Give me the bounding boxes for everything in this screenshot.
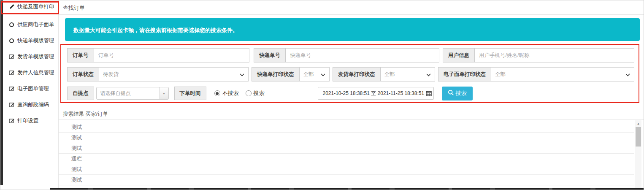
sidebar-item-label: 查询邮政编码 xyxy=(17,101,49,109)
chevron-down-icon xyxy=(426,71,431,78)
order-status-group: 订单状态 待发货 xyxy=(67,67,249,81)
caret-down-icon: ▼ xyxy=(160,87,168,99)
edit-icon xyxy=(8,54,15,60)
sidebar-item-sender-info[interactable]: 发件人信息管理 xyxy=(3,66,58,79)
pencil-icon xyxy=(8,4,15,10)
eorder-print-status-group: 电子面单打印状态 全部 xyxy=(438,67,634,81)
chevron-down-icon xyxy=(321,71,325,78)
shipping-print-status-group: 发货单打印状态 全部 xyxy=(333,67,435,81)
result-row[interactable]: 测试 xyxy=(59,122,634,133)
search-row-1: 订单号 快递单号 用户信息 xyxy=(67,48,634,62)
edit-icon xyxy=(8,70,15,76)
radio-unselected-icon xyxy=(246,90,252,96)
edit-icon xyxy=(8,102,15,108)
sidebar-item-shipping-template[interactable]: 发货单模版管理 xyxy=(3,50,58,63)
circle-icon xyxy=(8,38,15,43)
sidebar-item-express-label-print[interactable]: 快递及面单打印 xyxy=(3,0,58,13)
order-time-label: 下单时间 xyxy=(174,87,206,100)
sidebar-item-label: 打印设置 xyxy=(17,117,38,125)
express-print-status-group: 快递单打印状态 全部 xyxy=(252,67,330,81)
sidebar-item-label: 发货单模版管理 xyxy=(17,53,54,60)
circle-icon xyxy=(8,22,15,27)
bottom-cutoff-strip xyxy=(50,188,644,190)
search-button-label: 搜索 xyxy=(456,90,467,97)
order-no-label: 订单号 xyxy=(67,48,94,62)
chevron-down-icon xyxy=(625,71,630,78)
sidebar-item-label: 快递单模版管理 xyxy=(17,37,54,44)
radio-no-search[interactable]: 不搜索 xyxy=(214,90,239,97)
shipping-print-status-select[interactable]: 全部 xyxy=(381,67,436,81)
annotation-box-search-form: 订单号 快递单号 用户信息 订单状态 待发货 xyxy=(60,44,639,103)
header-divider xyxy=(59,14,644,15)
calendar-icon xyxy=(426,90,432,96)
search-button[interactable]: 搜索 xyxy=(442,87,473,100)
edit-icon xyxy=(8,118,15,124)
date-range-input[interactable]: 2021-10-25 18:38:51 至 2021-11-25 18:38:5… xyxy=(318,87,434,100)
express-print-status-select[interactable]: 全部 xyxy=(300,67,330,81)
result-row[interactable]: 测试 xyxy=(59,175,634,185)
pickup-point-dropdown[interactable]: 请选择自提点 ▼ xyxy=(96,87,169,100)
radio-search[interactable]: 搜索 xyxy=(246,90,265,97)
user-info-input[interactable] xyxy=(475,48,634,62)
express-print-status-label: 快递单打印状态 xyxy=(252,67,300,81)
sidebar-item-label: 供应商电子面单 xyxy=(17,21,54,28)
sidebar-menu: 快递及面单打印 供应商电子面单 快递单模版管理 发货单模版管理 发件人信 xyxy=(3,0,58,127)
pickup-point-label: 自提点 xyxy=(67,87,94,100)
results-scrollbar[interactable]: ▲ xyxy=(635,120,641,190)
sidebar: 快递及面单打印 供应商电子面单 快递单模版管理 发货单模版管理 发件人信 xyxy=(3,0,59,190)
sidebar-item-label: 快递及面单打印 xyxy=(17,3,54,11)
scrollbar-thumb[interactable] xyxy=(636,127,641,147)
result-row[interactable]: 测试 xyxy=(59,164,634,175)
eorder-print-status-label: 电子面单打印状态 xyxy=(438,67,491,81)
chevron-down-icon xyxy=(240,71,244,78)
app-window: 快递及面单打印 供应商电子面单 快递单模版管理 发货单模版管理 发件人信 xyxy=(0,0,644,190)
sidebar-item-postcode-query[interactable]: 查询邮政编码 xyxy=(3,98,58,111)
user-info-group: 用户信息 xyxy=(443,48,634,62)
search-row-2: 订单状态 待发货 快递单打印状态 全部 发货单打印状态 xyxy=(67,67,634,81)
page-title: 查找订单 xyxy=(63,4,85,12)
tracking-no-label: 快递单号 xyxy=(254,48,286,62)
results-divider xyxy=(59,119,644,120)
result-row[interactable]: 通栏 xyxy=(59,154,634,164)
sidebar-item-eorder-manage[interactable]: 电子面单管理 xyxy=(3,82,58,95)
order-no-input[interactable] xyxy=(94,48,250,62)
sidebar-item-supplier-eorder[interactable]: 供应商电子面单 xyxy=(3,18,58,31)
results-title: 搜索结果 买家/订单 xyxy=(63,111,108,118)
info-alert: 数据量大可能会引起卡顿，请在搜索前根据需要选择您的搜索条件。 xyxy=(65,18,640,41)
sidebar-item-express-template[interactable]: 快递单模版管理 xyxy=(3,34,58,47)
order-status-select[interactable]: 待发货 xyxy=(99,67,249,81)
tracking-no-group: 快递单号 xyxy=(254,48,439,62)
main-content: 查找订单 数据量大可能会引起卡顿，请在搜索前根据需要选择您的搜索条件。 订单号 … xyxy=(59,0,644,190)
edit-icon xyxy=(8,86,15,92)
alert-text: 数据量大可能会引起卡顿，请在搜索前根据需要选择您的搜索条件。 xyxy=(73,27,238,34)
user-info-label: 用户信息 xyxy=(443,48,475,62)
sidebar-item-label: 电子面单管理 xyxy=(17,85,49,92)
scroll-up-arrow-icon[interactable]: ▲ xyxy=(635,120,641,126)
radio-selected-icon xyxy=(214,90,220,96)
eorder-print-status-select[interactable]: 全部 xyxy=(491,67,634,81)
search-row-3: 自提点 请选择自提点 ▼ 下单时间 不搜索 搜索 2021-10-25 18:3… xyxy=(67,86,634,100)
sidebar-item-label: 发件人信息管理 xyxy=(17,69,54,76)
search-icon xyxy=(448,90,454,97)
result-row[interactable]: 测试 xyxy=(59,133,634,143)
sidebar-item-print-settings[interactable]: 打印设置 xyxy=(3,114,58,127)
date-range-text: 2021-10-25 18:38:51 至 2021-11-25 18:38:5… xyxy=(323,90,425,97)
result-row[interactable]: 测试 xyxy=(59,143,634,154)
order-status-label: 订单状态 xyxy=(67,67,99,81)
order-no-group: 订单号 xyxy=(67,48,249,62)
shipping-print-status-label: 发货单打印状态 xyxy=(333,67,381,81)
results-list: 测试 测试 测试 通栏 测试 测试 xyxy=(59,122,634,185)
tracking-no-input[interactable] xyxy=(286,48,439,62)
